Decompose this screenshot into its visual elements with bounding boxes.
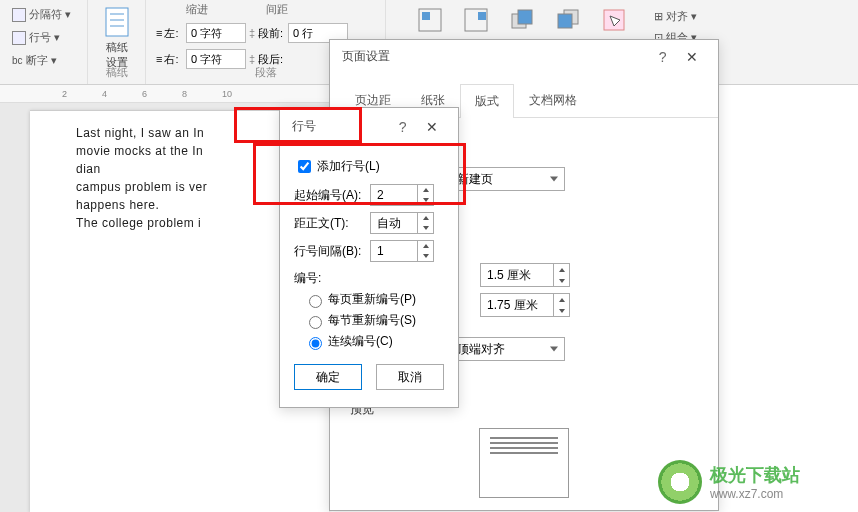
spin-down[interactable] (554, 305, 569, 316)
watermark-logo-icon (658, 460, 702, 504)
footer-distance-input[interactable]: 1.75 厘米 (480, 293, 570, 317)
start-at-input[interactable]: 2 (370, 184, 434, 206)
document-content[interactable]: Last night, I saw an In movie mocks at t… (76, 124, 207, 232)
spin-down[interactable] (418, 195, 433, 205)
watermark-url: www.xz7.com (710, 487, 800, 501)
add-line-numbers-label: 添加行号(L) (317, 158, 380, 175)
hyphen-icon: bc (12, 55, 23, 66)
ruler-tick: 4 (102, 89, 107, 99)
count-by-value: 1 (371, 244, 417, 258)
help-button[interactable]: ? (651, 47, 675, 67)
align-label: 对齐 (666, 9, 688, 24)
continuous-label: 连续编号(C) (328, 333, 393, 350)
count-by-input[interactable]: 1 (370, 240, 434, 262)
restart-each-section-radio[interactable] (309, 316, 322, 329)
selection-pane-icon[interactable] (600, 6, 628, 34)
start-at-label: 起始编号(A): (294, 187, 370, 204)
from-text-label: 距正文(T): (294, 215, 370, 232)
position-icon[interactable] (416, 6, 444, 34)
section-start-value: 新建页 (457, 171, 493, 188)
text-line: Last night, I saw an In (76, 124, 207, 142)
chevron-down-icon: ▾ (65, 8, 71, 21)
tab-docgrid[interactable]: 文档网格 (514, 83, 592, 117)
numbering-label: 编号: (294, 270, 444, 287)
text-line: movie mocks at the In (76, 142, 207, 160)
line-numbers-dialog: 行号 ? ✕ 添加行号(L) 起始编号(A): 2 距正文(T): 自动 行号间… (279, 107, 459, 408)
ruler-tick: 10 (222, 89, 232, 99)
chevron-down-icon: ▾ (691, 10, 697, 23)
linenum-icon (12, 31, 26, 45)
ruler-tick: 2 (62, 89, 67, 99)
chevron-down-icon: ▾ (51, 54, 57, 67)
bring-forward-icon[interactable] (508, 6, 536, 34)
hyphenation-button[interactable]: bc断字▾ (6, 50, 81, 71)
header-distance-value: 1.5 厘米 (481, 267, 553, 284)
restart-each-page-label: 每页重新编号(P) (328, 291, 416, 308)
dialog-title: 行号 (292, 118, 316, 135)
tab-layout[interactable]: 版式 (460, 84, 514, 118)
indent-left-input[interactable]: 0 字符 (186, 23, 246, 43)
count-by-label: 行号间隔(B): (294, 243, 370, 260)
align-icon: ⊞ (654, 10, 663, 23)
spin-down[interactable] (418, 223, 433, 233)
text-line: The college problem i (76, 214, 207, 232)
continuous-radio[interactable] (309, 337, 322, 350)
vertical-align-value: 顶端对齐 (457, 341, 505, 358)
spin-down[interactable] (418, 251, 433, 261)
line-numbers-label: 行号 (29, 30, 51, 45)
spin-down[interactable] (554, 275, 569, 286)
spin-up[interactable] (418, 213, 433, 223)
hyphenation-label: 断字 (26, 53, 48, 68)
from-text-value: 自动 (371, 215, 417, 232)
spin-up[interactable] (554, 294, 569, 305)
preview-thumbnail (479, 428, 569, 498)
manuscript-icon[interactable] (102, 6, 132, 38)
restart-each-section-label: 每节重新编号(S) (328, 312, 416, 329)
break-icon (12, 8, 26, 22)
spacing-header: 间距 (266, 2, 346, 17)
indent-header: 缩进 (186, 2, 266, 17)
text-line: dian (76, 160, 207, 178)
spin-up[interactable] (418, 185, 433, 195)
section-start-select[interactable]: 新建页 (450, 167, 565, 191)
manuscript-section-label: 稿纸 (88, 65, 145, 80)
ribbon-section-manuscript: 稿纸 设置 稿纸 (88, 0, 146, 84)
text-line: happens here. (76, 196, 207, 214)
send-backward-icon[interactable] (554, 6, 582, 34)
cancel-button[interactable]: 取消 (376, 364, 444, 390)
vertical-align-select[interactable]: 顶端对齐 (450, 337, 565, 361)
help-button[interactable]: ? (391, 117, 415, 137)
align-button[interactable]: ⊞对齐▾ (648, 6, 848, 27)
header-distance-input[interactable]: 1.5 厘米 (480, 263, 570, 287)
page-break-label: 分隔符 (29, 7, 62, 22)
restart-each-page-radio[interactable] (309, 295, 322, 308)
ok-button[interactable]: 确定 (294, 364, 362, 390)
close-button[interactable]: ✕ (678, 47, 706, 67)
spin-up[interactable] (554, 264, 569, 275)
svg-rect-5 (422, 12, 430, 20)
space-before-label: 段前: (258, 26, 288, 41)
close-button[interactable]: ✕ (418, 117, 446, 137)
start-at-value: 2 (371, 188, 417, 202)
page-break-button[interactable]: 分隔符▾ (6, 4, 81, 25)
wrap-text-icon[interactable] (462, 6, 490, 34)
svg-rect-11 (558, 14, 572, 28)
ribbon-section-breaks: 分隔符▾ 行号▾ bc断字▾ (0, 0, 88, 84)
footer-distance-value: 1.75 厘米 (481, 297, 553, 314)
indent-left-label: ≡ 左: (156, 26, 186, 41)
horizontal-ruler[interactable]: 2 4 6 8 10 (0, 85, 329, 103)
ruler-tick: 8 (182, 89, 187, 99)
ruler-tick: 6 (142, 89, 147, 99)
from-text-input[interactable]: 自动 (370, 212, 434, 234)
dialog-title: 页面设置 (342, 48, 390, 65)
text-line: campus problem is ver (76, 178, 207, 196)
watermark: 极光下载站 www.xz7.com (658, 452, 858, 512)
spin-up[interactable] (418, 241, 433, 251)
add-line-numbers-checkbox[interactable] (298, 160, 311, 173)
watermark-name: 极光下载站 (710, 465, 800, 485)
chevron-down-icon: ▾ (54, 31, 60, 44)
svg-rect-7 (478, 12, 486, 20)
svg-rect-9 (518, 10, 532, 24)
line-numbers-button[interactable]: 行号▾ (6, 27, 81, 48)
svg-rect-0 (106, 8, 128, 36)
